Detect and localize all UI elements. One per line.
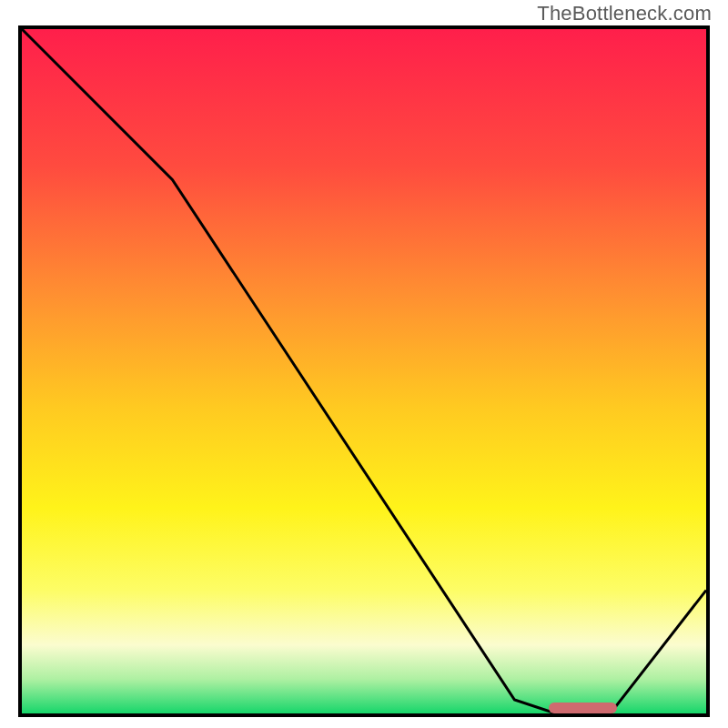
chart-plot-area bbox=[18, 25, 710, 717]
line-layer bbox=[22, 29, 706, 713]
chart-container: TheBottleneck.com bbox=[0, 0, 728, 728]
watermark-text: TheBottleneck.com bbox=[537, 2, 712, 25]
optimal-range-marker bbox=[549, 703, 617, 713]
bottleneck-curve bbox=[22, 29, 706, 713]
